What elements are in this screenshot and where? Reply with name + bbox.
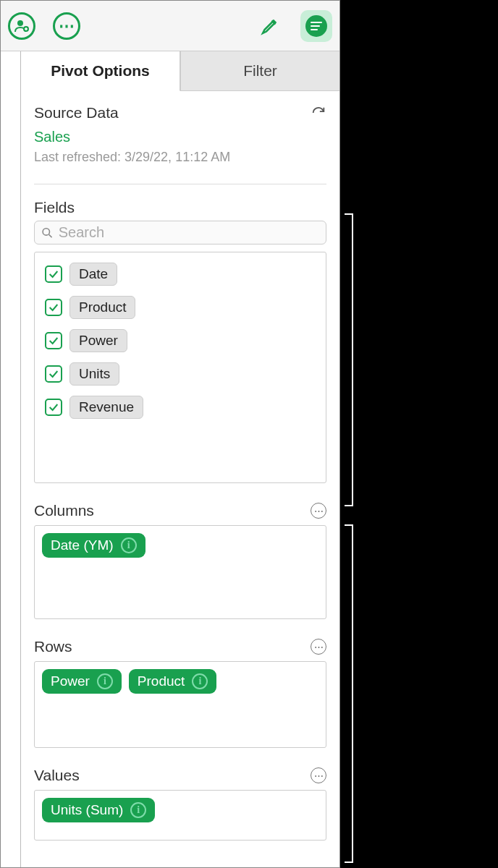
info-icon[interactable]: i xyxy=(121,537,137,553)
source-table-link[interactable]: Sales xyxy=(34,129,326,145)
field-checkbox[interactable] xyxy=(45,299,62,316)
field-row: Units xyxy=(45,362,316,386)
values-zone[interactable]: Units (Sum)i xyxy=(34,790,326,841)
pill-label: Product xyxy=(138,673,185,689)
columns-more-icon[interactable] xyxy=(311,503,326,519)
rows-more-icon[interactable] xyxy=(311,639,326,655)
add-collaborator-icon[interactable] xyxy=(8,12,35,40)
info-icon[interactable]: i xyxy=(130,802,146,818)
field-chip[interactable]: Power xyxy=(69,329,127,352)
toolbar xyxy=(1,1,339,51)
fields-label: Fields xyxy=(34,199,75,216)
fields-list: Date Product Power Units xyxy=(34,252,326,483)
row-pill[interactable]: Poweri xyxy=(42,669,122,694)
field-checkbox[interactable] xyxy=(45,399,62,416)
field-checkbox[interactable] xyxy=(45,265,62,283)
callout-bracket xyxy=(346,524,353,863)
field-checkbox[interactable] xyxy=(45,365,62,383)
source-data-label: Source Data xyxy=(34,104,119,122)
refresh-icon[interactable] xyxy=(311,105,326,121)
column-pill[interactable]: Date (YM)i xyxy=(42,533,145,558)
inspector-panel: Pivot Options Filter Source Data Sales L… xyxy=(21,51,339,867)
callout-bracket xyxy=(346,213,353,506)
field-checkbox[interactable] xyxy=(45,332,62,349)
value-pill[interactable]: Units (Sum)i xyxy=(42,798,155,822)
field-chip[interactable]: Revenue xyxy=(69,396,143,419)
info-icon[interactable]: i xyxy=(97,673,113,689)
organize-icon xyxy=(305,15,327,37)
pill-label: Units (Sum) xyxy=(51,802,123,818)
values-header: Values xyxy=(34,767,326,784)
svg-point-2 xyxy=(43,228,49,234)
tab-filter[interactable]: Filter xyxy=(180,51,339,91)
columns-header: Columns xyxy=(34,502,326,519)
field-row: Date xyxy=(45,263,316,286)
columns-zone[interactable]: Date (YM)i xyxy=(34,525,326,619)
divider xyxy=(34,184,326,184)
rows-zone[interactable]: Poweri Producti xyxy=(34,661,326,748)
pill-label: Power xyxy=(51,673,90,689)
field-row: Revenue xyxy=(45,396,316,419)
format-brush-icon[interactable] xyxy=(257,13,283,39)
row-pill[interactable]: Producti xyxy=(129,669,216,694)
sheet-edge xyxy=(1,51,21,867)
panel-scroll[interactable]: Source Data Sales Last refreshed: 3/29/2… xyxy=(21,91,339,867)
source-data-header: Source Data xyxy=(34,104,326,122)
values-label: Values xyxy=(34,767,80,784)
svg-line-3 xyxy=(49,234,52,237)
rows-header: Rows xyxy=(34,638,326,655)
info-icon[interactable]: i xyxy=(192,673,208,689)
search-input[interactable] xyxy=(59,224,320,241)
field-chip[interactable]: Date xyxy=(69,263,117,286)
last-refreshed-text: Last refreshed: 3/29/22, 11:12 AM xyxy=(34,150,326,165)
field-chip[interactable]: Product xyxy=(69,296,135,319)
tab-bar: Pivot Options Filter xyxy=(21,51,339,91)
values-more-icon[interactable] xyxy=(311,767,326,783)
more-options-icon[interactable] xyxy=(53,12,80,40)
fields-search[interactable] xyxy=(34,221,326,244)
pill-label: Date (YM) xyxy=(51,537,114,553)
search-icon xyxy=(41,226,54,240)
callouts xyxy=(340,0,498,868)
field-chip[interactable]: Units xyxy=(69,362,119,386)
field-row: Product xyxy=(45,296,316,319)
tab-pivot-options[interactable]: Pivot Options xyxy=(21,51,180,91)
app-frame: Pivot Options Filter Source Data Sales L… xyxy=(0,0,340,868)
field-row: Power xyxy=(45,329,316,352)
organize-button[interactable] xyxy=(300,10,332,42)
svg-point-0 xyxy=(17,20,23,26)
columns-label: Columns xyxy=(34,502,94,519)
rows-label: Rows xyxy=(34,638,72,655)
